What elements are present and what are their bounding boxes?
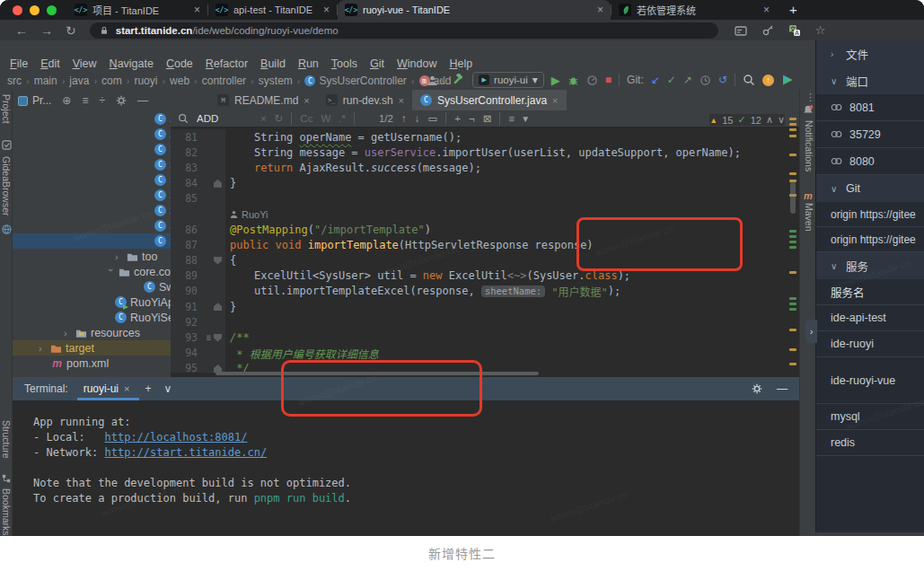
- code-line[interactable]: 91}: [171, 299, 799, 314]
- chevron-down-icon[interactable]: ›: [106, 268, 117, 276]
- inspections-widget[interactable]: ▲ 15 ✓ 12 ∧ ∨: [709, 114, 785, 126]
- prev-occurrence-icon[interactable]: ↑: [401, 113, 407, 124]
- new-tab-button[interactable]: +: [789, 2, 797, 18]
- rollback-icon[interactable]: ↺: [718, 74, 727, 86]
- address-bar[interactable]: start.titanide.cn/ide/web/coding/ruoyi-v…: [90, 22, 718, 39]
- collapse-all-icon[interactable]: ≡: [82, 94, 88, 107]
- expand-icon[interactable]: ÷: [99, 94, 105, 107]
- filter-icon[interactable]: ≡: [508, 113, 515, 124]
- reload-icon[interactable]: ↻: [66, 23, 76, 38]
- next-occurrence-icon[interactable]: ↓: [415, 113, 420, 124]
- tree-item-S[interactable]: CS: [13, 157, 171, 172]
- close-tab-icon[interactable]: ×: [552, 95, 558, 106]
- fold-marker-icon[interactable]: [214, 334, 222, 342]
- debug-icon[interactable]: [568, 75, 579, 86]
- zoom-window-button[interactable]: [47, 5, 57, 15]
- breadcrumb-item[interactable]: controller: [202, 75, 246, 87]
- browser-tab[interactable]: </>api-test - TitanIDE×: [208, 0, 337, 20]
- tree-item-S[interactable]: CS: [13, 111, 171, 127]
- run-configuration-select[interactable]: ▶ ruoyi-ui ▾: [472, 72, 544, 88]
- breadcrumb-item[interactable]: web: [170, 75, 189, 87]
- toolwindow-structure[interactable]: Structure: [1, 420, 12, 459]
- git-remote-item[interactable]: origin https://gitee: [816, 202, 924, 227]
- code-line[interactable]: 84}: [171, 176, 799, 191]
- menu-item-git[interactable]: Git: [364, 57, 391, 70]
- port-item[interactable]: 8081: [816, 94, 924, 121]
- breadcrumb-item[interactable]: system: [259, 75, 293, 87]
- tree-item-too[interactable]: ›too: [13, 249, 171, 264]
- editor-tab[interactable]: >_run-dev.sh×: [318, 90, 412, 110]
- terminal-link[interactable]: http://start.titanide.cn/: [104, 446, 267, 459]
- close-tab-icon[interactable]: ×: [323, 4, 330, 16]
- tree-item-S[interactable]: CS: [13, 188, 171, 203]
- git-remote-item[interactable]: origin https://gitee: [816, 227, 924, 252]
- new-terminal-icon[interactable]: +: [145, 382, 151, 395]
- update-available-icon[interactable]: ↑: [762, 75, 774, 86]
- tree-item-RuoYiApp[interactable]: CRuoYiApp: [13, 294, 171, 310]
- code-line[interactable]: 83return AjaxResult.success(message);: [171, 160, 799, 175]
- terminal-link[interactable]: http://localhost:8081/: [104, 431, 247, 444]
- close-tab-icon[interactable]: ×: [399, 95, 404, 106]
- tree-item-S[interactable]: CS: [13, 127, 171, 142]
- menu-item-view[interactable]: View: [66, 57, 103, 70]
- tree-item-S[interactable]: CS: [13, 172, 171, 188]
- search-history-icon[interactable]: ↻: [275, 112, 284, 125]
- clear-search-icon[interactable]: ×: [260, 113, 267, 124]
- sidebar-section-Git[interactable]: ∨Git: [816, 175, 924, 202]
- menu-item-code[interactable]: Code: [160, 57, 199, 70]
- select-all-occurrences-icon[interactable]: ⊠: [483, 112, 492, 125]
- browser-tab[interactable]: </>项目 - TitanIDE×: [67, 0, 207, 20]
- stop-button[interactable]: ■: [605, 74, 612, 86]
- git-update-icon[interactable]: ↙: [651, 74, 660, 86]
- menu-item-help[interactable]: Help: [443, 57, 479, 70]
- forward-icon[interactable]: →: [40, 23, 53, 38]
- menu-item-file[interactable]: File: [4, 57, 34, 70]
- run-button[interactable]: ▶: [551, 74, 560, 87]
- add-occurrence-icon[interactable]: +: [454, 113, 461, 124]
- more-icon[interactable]: ⋮: [805, 92, 815, 103]
- breadcrumb-item[interactable]: com: [101, 75, 122, 87]
- service-item[interactable]: ide-ruoyi: [816, 331, 924, 357]
- port-item[interactable]: 8080: [816, 148, 924, 175]
- close-tab-icon[interactable]: ×: [194, 4, 200, 16]
- fold-marker-icon[interactable]: [214, 257, 222, 265]
- code-line[interactable]: 94 * 根据用户编号获取详细信息: [171, 346, 799, 361]
- notifications-bell-icon[interactable]: [803, 104, 814, 116]
- terminal-dropdown-icon[interactable]: ∨: [164, 382, 172, 395]
- toolwindow-notifications[interactable]: Notifications: [804, 120, 814, 171]
- hide-terminal-icon[interactable]: —: [777, 382, 788, 395]
- code-line[interactable]: 93≣/**: [171, 329, 799, 345]
- chevron-right-icon[interactable]: ›: [39, 343, 47, 354]
- key-icon[interactable]: [761, 24, 774, 37]
- breadcrumb-item[interactable]: main: [34, 75, 57, 87]
- fold-marker-icon[interactable]: [214, 303, 222, 311]
- service-item[interactable]: ide-ruoyi-vue: [816, 357, 924, 404]
- minimize-window-button[interactable]: [30, 5, 40, 15]
- breadcrumb-item[interactable]: ruoyi: [134, 75, 157, 87]
- prev-problem-icon[interactable]: ∧: [766, 114, 773, 126]
- tree-item-S[interactable]: CS: [13, 142, 171, 157]
- editor-tab[interactable]: CSysUserController.java×: [412, 90, 566, 110]
- gear-icon[interactable]: [752, 383, 762, 394]
- match-case-toggle[interactable]: Cc: [300, 113, 312, 124]
- find-input[interactable]: ADD: [197, 113, 252, 124]
- menu-item-window[interactable]: Window: [391, 57, 443, 70]
- close-icon[interactable]: ×: [124, 383, 129, 394]
- commit-icon[interactable]: [2, 140, 12, 150]
- chevron-right-icon[interactable]: ›: [64, 328, 72, 338]
- git-commit-icon[interactable]: ✓: [667, 74, 676, 86]
- menu-item-navigate[interactable]: Navigate: [103, 57, 160, 70]
- menu-item-run[interactable]: Run: [292, 57, 325, 70]
- error-stripe[interactable]: [789, 113, 797, 372]
- breadcrumb-item[interactable]: java: [69, 75, 89, 87]
- vertical-scrollbar[interactable]: [790, 181, 796, 214]
- window-controls[interactable]: [0, 5, 67, 15]
- search-everywhere-icon[interactable]: [743, 74, 755, 86]
- words-toggle[interactable]: W: [321, 113, 330, 124]
- back-icon[interactable]: ←: [15, 23, 28, 38]
- tree-item-target[interactable]: ›target: [13, 340, 171, 356]
- terminal-tab[interactable]: ruoyi-ui ×: [81, 377, 133, 400]
- service-item[interactable]: ide-api-test: [816, 305, 924, 331]
- port-item[interactable]: 35729: [816, 121, 924, 148]
- toolwindow-maven[interactable]: Maven: [804, 203, 814, 232]
